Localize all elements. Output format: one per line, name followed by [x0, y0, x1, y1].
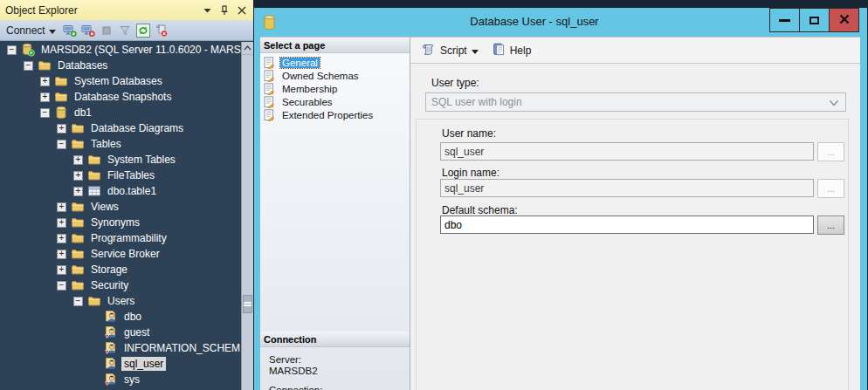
page-item-owned-schemas[interactable]: Owned Schemas: [263, 69, 410, 82]
page-item-label: Extended Properties: [280, 110, 375, 120]
folder-icon: [71, 247, 85, 261]
object-explorer-panel: Object Explorer Connect −MARSDB2 (SQL Se…: [0, 0, 253, 390]
page-icon: [264, 83, 277, 95]
tree-item-sql-user[interactable]: sql_user: [0, 356, 241, 372]
collapse-icon[interactable]: −: [57, 140, 66, 149]
scrollbar-up-icon[interactable]: [242, 42, 253, 55]
tree-item-label: db1: [72, 106, 94, 120]
script-icon: [421, 43, 436, 58]
tree-item-dbo-table1[interactable]: +dbo.table1: [0, 183, 241, 199]
tree-item-label: guest: [121, 325, 152, 339]
tree-item-storage[interactable]: +Storage: [0, 262, 241, 277]
tree-item-security[interactable]: −Security: [0, 277, 241, 293]
folder-icon: [87, 294, 101, 308]
expand-icon[interactable]: +: [57, 250, 66, 259]
expand-icon[interactable]: +: [57, 124, 66, 133]
expand-icon[interactable]: +: [57, 202, 66, 212]
tree-item-label: Tables: [88, 137, 124, 151]
tree-item-database-diagrams[interactable]: +Database Diagrams: [0, 120, 241, 136]
expand-icon[interactable]: +: [73, 187, 83, 196]
script-error-icon[interactable]: [155, 24, 169, 38]
tree-item-label: dbo.table1: [105, 184, 159, 198]
connect-button[interactable]: Connect: [4, 24, 58, 38]
collapse-icon[interactable]: −: [73, 297, 83, 306]
folder-icon: [71, 137, 85, 151]
tree-item-label: System Databases: [72, 74, 165, 88]
tree-item-marsdb2-sql-server-11-0-6020-marsd[interactable]: −MARSDB2 (SQL Server 11.0.6020 - MARSD: [0, 42, 241, 58]
expand-icon[interactable]: +: [40, 77, 50, 86]
page-item-general[interactable]: General: [263, 56, 410, 69]
expand-icon[interactable]: +: [57, 265, 66, 275]
tree-item-dbo[interactable]: dbo: [0, 309, 241, 325]
tree-item-service-broker[interactable]: +Service Broker: [0, 246, 241, 262]
database-user-dialog: Database User - sql_user Select a page G…: [254, 8, 867, 390]
tree-item-views[interactable]: +Views: [0, 199, 241, 215]
scrollbar-thumb[interactable]: [243, 295, 252, 313]
disconnect-server-icon[interactable]: [81, 24, 95, 38]
tree-item-users[interactable]: −Users: [0, 293, 241, 309]
server-icon: [21, 43, 35, 57]
tree-item-information-schem[interactable]: INFORMATION_SCHEM: [0, 340, 241, 356]
tree-scrollbar[interactable]: [241, 42, 253, 390]
dialog-titlebar[interactable]: Database User - sql_user: [254, 8, 867, 37]
chevron-down-icon[interactable]: [472, 44, 479, 57]
tree-item-label: Users: [105, 294, 137, 308]
login-name-field[interactable]: [440, 179, 814, 197]
expand-icon[interactable]: +: [73, 155, 83, 165]
tree-item-databases[interactable]: −Databases: [0, 58, 241, 73]
user-type-value: SQL user with login: [431, 96, 522, 108]
tree-item-guest[interactable]: guest: [0, 325, 241, 340]
chevron-down-icon[interactable]: [203, 8, 211, 13]
tree-item-system-databases[interactable]: +System Databases: [0, 73, 241, 89]
server-label: Server:: [269, 354, 410, 366]
collapse-icon[interactable]: −: [7, 45, 17, 55]
default-schema-browse-button[interactable]: ...: [817, 216, 844, 235]
expand-icon[interactable]: +: [73, 171, 83, 181]
dialog-main-pane: Script Help User type: SQL user with log…: [410, 38, 860, 390]
close-icon: [839, 12, 850, 28]
page-icon: [264, 70, 277, 82]
refresh-icon[interactable]: [136, 24, 150, 38]
maximize-button[interactable]: [799, 8, 830, 32]
filter-icon[interactable]: [118, 24, 132, 38]
login-name-browse-button: ...: [817, 179, 844, 198]
pin-icon[interactable]: [219, 5, 230, 16]
folder-icon: [87, 168, 101, 182]
tree-item-system-tables[interactable]: +System Tables: [0, 152, 241, 168]
page-item-extended-properties[interactable]: Extended Properties: [263, 108, 410, 121]
tree-item-filetables[interactable]: +FileTables: [0, 168, 241, 183]
tree-item-label: Database Diagrams: [88, 121, 186, 135]
collapse-icon[interactable]: −: [40, 108, 50, 118]
table-icon: [87, 184, 101, 198]
user-type-select[interactable]: SQL user with login: [425, 92, 846, 112]
tree-item-db1[interactable]: −db1: [0, 105, 241, 120]
user-name-field[interactable]: [440, 142, 814, 161]
tree-item-synonyms[interactable]: +Synonyms: [0, 215, 241, 230]
help-button[interactable]: Help: [490, 41, 534, 60]
connect-server-icon[interactable]: [63, 24, 77, 38]
close-icon[interactable]: [238, 6, 246, 15]
page-item-securables[interactable]: Securables: [263, 95, 410, 108]
page-item-label: Owned Schemas: [280, 71, 361, 81]
tree-item-database-snapshots[interactable]: +Database Snapshots: [0, 89, 241, 105]
tree-item-sys[interactable]: sys: [0, 372, 241, 387]
expand-icon[interactable]: +: [40, 92, 50, 102]
tree-item-programmability[interactable]: +Programmability: [0, 230, 241, 246]
expand-icon[interactable]: +: [57, 234, 66, 243]
minimize-button[interactable]: [769, 8, 800, 32]
stop-icon[interactable]: [100, 24, 114, 38]
tree-item-label: Databases: [55, 58, 110, 72]
collapse-icon[interactable]: −: [24, 61, 33, 71]
object-explorer-title: Object Explorer: [5, 4, 203, 17]
expand-icon[interactable]: +: [57, 218, 66, 228]
tree-item-label: Service Broker: [88, 247, 162, 261]
script-button[interactable]: Script: [418, 41, 481, 60]
tree-item-label: Programmability: [88, 231, 169, 245]
collapse-icon[interactable]: −: [57, 281, 66, 291]
tree-item-tables[interactable]: −Tables: [0, 136, 241, 152]
close-button[interactable]: [829, 8, 859, 32]
folder-icon: [71, 231, 85, 245]
help-icon: [493, 43, 506, 58]
default-schema-field[interactable]: [440, 216, 814, 234]
page-item-membership[interactable]: Membership: [263, 82, 410, 95]
